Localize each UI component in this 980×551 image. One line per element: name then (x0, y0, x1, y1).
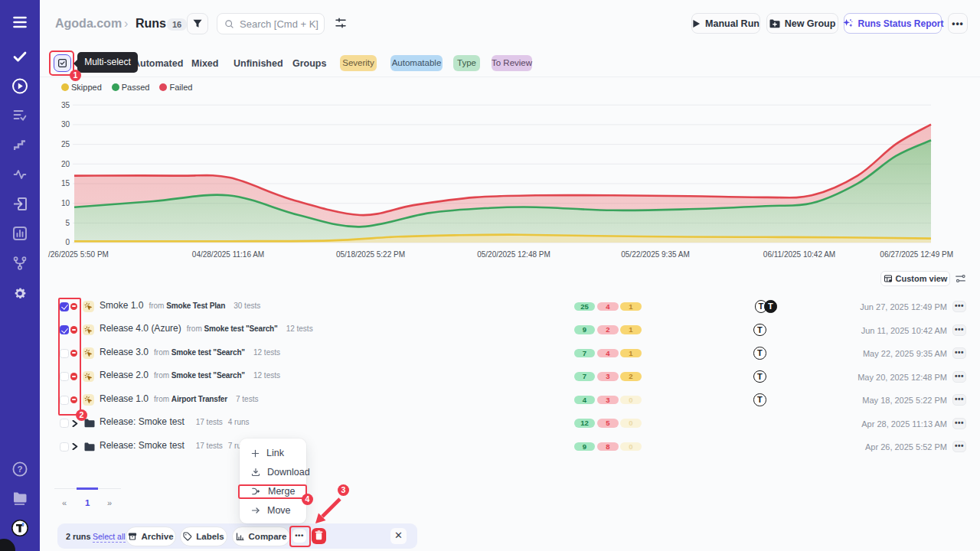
svg-text:05/18/2025 5:22 PM: 05/18/2025 5:22 PM (336, 250, 405, 259)
svg-text:25: 25 (61, 140, 70, 148)
svg-text:20: 20 (61, 160, 70, 168)
svg-text:06/27/2025 12:49 PM: 06/27/2025 12:49 PM (880, 250, 953, 259)
svg-text:10: 10 (61, 199, 70, 207)
svg-text:05/22/2025 9:35 AM: 05/22/2025 9:35 AM (621, 250, 690, 259)
svg-text:/26/2025 5:50 PM: /26/2025 5:50 PM (48, 250, 109, 259)
svg-text:5: 5 (65, 219, 70, 227)
svg-text:35: 35 (61, 101, 70, 109)
svg-text:0: 0 (65, 238, 70, 246)
svg-text:06/11/2025 10:42 AM: 06/11/2025 10:42 AM (763, 250, 835, 259)
svg-text:30: 30 (61, 120, 70, 129)
svg-text:05/20/2025 12:48 PM: 05/20/2025 12:48 PM (477, 250, 550, 259)
svg-text:04/28/2025 11:16 AM: 04/28/2025 11:16 AM (192, 250, 264, 259)
svg-text:?: ? (17, 465, 22, 474)
svg-text:15: 15 (61, 179, 70, 187)
